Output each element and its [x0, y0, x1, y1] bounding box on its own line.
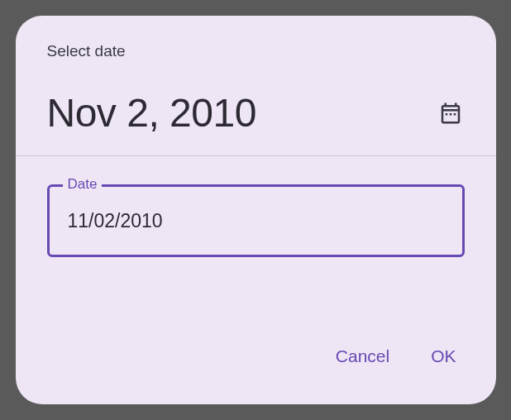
input-section: Date	[16, 156, 496, 257]
calendar-icon[interactable]	[437, 99, 465, 127]
date-input-field[interactable]: Date	[47, 184, 465, 257]
spacer	[16, 257, 496, 340]
dialog-title: Select date	[47, 42, 465, 60]
input-label: Date	[63, 176, 103, 193]
selected-date-display: Nov 2, 2010	[47, 90, 256, 136]
dialog-actions: Cancel OK	[16, 340, 496, 404]
dialog-header: Select date Nov 2, 2010	[16, 16, 496, 155]
ok-button[interactable]: OK	[427, 340, 459, 373]
date-picker-dialog: Select date Nov 2, 2010 Date Cancel OK	[16, 16, 496, 404]
date-display-row: Nov 2, 2010	[47, 90, 465, 136]
cancel-button[interactable]: Cancel	[332, 340, 393, 373]
date-input[interactable]	[68, 210, 444, 232]
